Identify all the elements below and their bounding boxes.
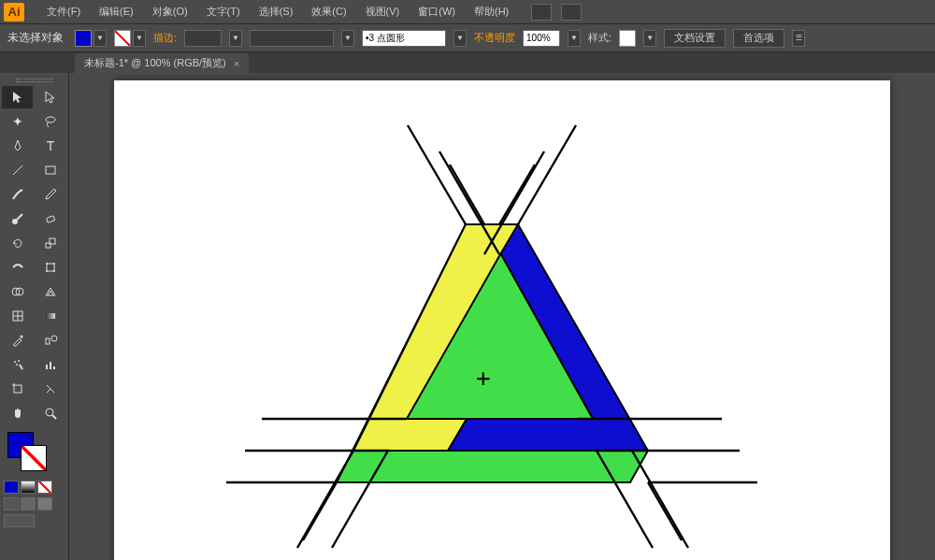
draw-behind-icon[interactable] [21,497,36,510]
perspective-tool[interactable] [36,280,66,303]
fill-swatch[interactable] [75,30,92,47]
control-bar: 未选择对象 ▼ ▼ 描边: ▼ ▼ • 3 点圆形 ▼ 不透明度 100% ▼ … [0,24,935,52]
style-swatch[interactable] [619,30,636,47]
menu-help[interactable]: 帮助(H) [465,1,518,22]
pen-tool[interactable] [2,135,33,157]
fill-swatch-group[interactable]: ▼ [75,30,107,47]
mesh-tool[interactable] [2,305,33,327]
svg-rect-26 [53,366,55,369]
paintbrush-tool[interactable] [2,183,33,206]
style-dropdown-icon[interactable]: ▼ [643,30,656,47]
svg-rect-25 [50,362,51,369]
app-logo: Ai [4,3,24,22]
tab-title: 未标题-1* @ 100% (RGB/预览) [84,56,226,70]
width-tool[interactable] [2,256,33,279]
slice-tool[interactable] [36,378,66,400]
svg-point-30 [46,409,53,416]
pencil-tool[interactable] [36,183,66,206]
scale-tool[interactable] [36,232,66,254]
stroke-profile-field[interactable]: • 3 点圆形 [362,30,446,47]
rotate-tool[interactable] [2,232,33,254]
gradient-tool[interactable] [36,305,66,327]
line-tool[interactable] [2,159,33,181]
stroke-dropdown-icon[interactable]: ▼ [133,30,146,47]
opacity-label: 不透明度 [474,31,515,45]
menu-object[interactable]: 对象(O) [143,1,197,22]
stroke-profile-text: 3 点圆形 [369,32,405,45]
fill-dropdown-icon[interactable]: ▼ [94,30,107,47]
brush-def-field[interactable] [250,30,334,47]
opacity-field[interactable]: 100% [523,30,560,47]
draw-normal-icon[interactable] [4,497,19,510]
menu-edit[interactable]: 编辑(E) [90,1,143,22]
svg-rect-27 [14,385,22,393]
svg-line-51 [648,482,682,540]
svg-line-42 [450,165,484,224]
tab-close-icon[interactable]: × [234,58,239,69]
opacity-dropdown-icon[interactable]: ▼ [568,30,581,47]
selection-status: 未选择对象 [7,30,64,46]
tool-panel: ✦ T [0,73,69,560]
svg-line-31 [52,415,56,419]
menu-effect[interactable]: 效果(C) [302,1,355,22]
selection-tool[interactable] [2,86,33,108]
artwork [114,80,890,560]
menu-file[interactable]: 文件(F) [37,1,90,22]
svg-line-45 [499,165,535,224]
svg-rect-19 [46,338,50,344]
stroke-weight-dropdown-icon[interactable]: ▼ [229,30,242,47]
align-dropdown-icon[interactable]: ☰ [792,30,805,47]
shape-builder-tool[interactable] [2,280,33,303]
svg-point-0 [46,117,55,122]
magic-wand-tool[interactable]: ✦ [2,110,33,133]
draw-inside-icon[interactable] [37,497,52,510]
eraser-tool[interactable] [36,208,66,230]
svg-point-8 [46,263,48,265]
svg-point-23 [16,364,18,366]
stroke-color-icon[interactable] [21,445,47,471]
blend-tool[interactable] [36,329,66,352]
lasso-tool[interactable] [36,110,66,133]
svg-rect-24 [46,365,48,369]
menu-window[interactable]: 窗口(W) [409,1,465,22]
menu-select[interactable]: 选择(S) [250,1,303,22]
type-tool[interactable]: T [36,135,66,157]
svg-rect-2 [46,166,55,174]
canvas-area[interactable]: + [69,73,935,560]
direct-selection-tool[interactable] [36,86,66,108]
stroke-weight-field[interactable] [184,30,222,47]
stroke-swatch[interactable] [114,30,131,47]
blob-brush-tool[interactable] [2,208,33,230]
svg-point-9 [53,263,55,265]
eyedropper-tool[interactable] [2,329,33,352]
brush-dropdown-icon[interactable]: ▼ [341,30,354,47]
screen-mode-toggle-icon[interactable] [4,514,35,527]
svg-line-48 [303,482,337,540]
gradient-mode-icon[interactable] [21,481,36,494]
svg-line-1 [13,165,22,175]
free-transform-tool[interactable] [36,256,66,279]
menu-type[interactable]: 文字(T) [197,1,250,22]
stroke-swatch-group[interactable]: ▼ [114,30,146,47]
stroke-profile-dropdown-icon[interactable]: ▼ [453,30,467,47]
artboard[interactable]: + [114,80,890,560]
document-setup-button[interactable]: 文档设置 [664,29,726,48]
screen-mode-icon[interactable] [561,4,582,21]
none-mode-icon[interactable] [37,481,52,494]
hand-tool[interactable] [2,402,33,424]
document-tab-bar: 未标题-1* @ 100% (RGB/预览) × [0,52,935,73]
zoom-tool[interactable] [36,402,66,424]
panel-handle-icon[interactable] [0,77,68,84]
artboard-tool[interactable] [2,378,33,400]
svg-line-47 [297,451,353,548]
fill-stroke-indicator[interactable] [4,432,65,473]
graph-tool[interactable] [36,353,66,376]
symbol-sprayer-tool[interactable] [2,353,33,376]
preferences-button[interactable]: 首选项 [733,29,784,48]
color-mode-icon[interactable] [4,481,19,494]
document-tab[interactable]: 未标题-1* @ 100% (RGB/预览) × [75,53,249,73]
layout-icon[interactable] [531,4,552,21]
svg-rect-4 [47,216,55,223]
rectangle-tool[interactable] [36,159,66,181]
menu-view[interactable]: 视图(V) [356,1,410,22]
